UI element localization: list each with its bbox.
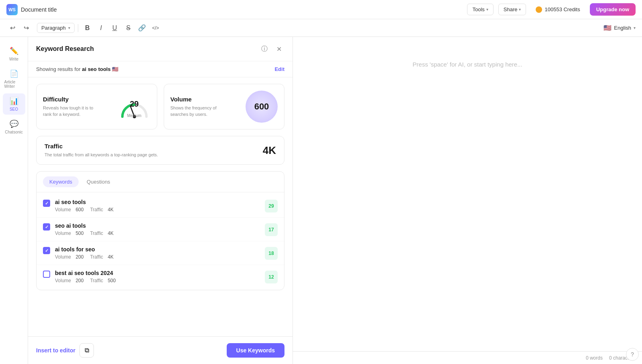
difficulty-title: Difficulty (43, 96, 99, 103)
logo-icon: WS (6, 4, 18, 15)
close-button[interactable]: ✕ (273, 43, 284, 55)
strikethrough-button[interactable]: S (122, 22, 134, 34)
check-icon: ✓ (45, 224, 49, 230)
keyword-item: ✓ ai tools for seo Volume 200 Traffic (37, 241, 284, 265)
credits-button[interactable]: 100553 Credits (531, 4, 585, 15)
document-title[interactable]: Document title (21, 6, 57, 13)
keyword-volume-1: 600 (75, 207, 83, 212)
info-button[interactable]: ⓘ (259, 43, 270, 55)
keyword-checkbox-3[interactable]: ✓ (43, 247, 50, 254)
keyword-checkbox-1[interactable]: ✓ (43, 200, 50, 207)
sidebar-item-chatsonic[interactable]: 💬 Chatsonic (3, 116, 25, 138)
keyword-name-3: ai tools for seo (55, 246, 265, 253)
keyword-volume-4: 200 (75, 278, 83, 283)
keyword-panel: Keyword Research ⓘ ✕ Showing results for… (28, 37, 293, 364)
status-bar: 0 words 0 characters (293, 351, 642, 364)
volume-value: 600 (254, 101, 269, 112)
keyword-name-4: best ai seo tools 2024 (55, 270, 265, 276)
difficulty-info: Difficulty Reveals how tough it is to ra… (43, 96, 99, 117)
italic-button[interactable]: I (95, 22, 107, 34)
sidebar-chatsonic-label: Chatsonic (5, 130, 22, 134)
keyword-details-4: best ai seo tools 2024 Volume 200 Traffi… (55, 270, 265, 283)
undo-redo-group: ↩ ↪ (6, 22, 32, 34)
keyword-volume-3: 200 (75, 254, 83, 260)
keyword-checkbox-4[interactable] (43, 271, 50, 278)
word-count: 0 words (586, 355, 603, 361)
seo-icon: 📊 (10, 97, 18, 105)
language-flag-icon: 🇺🇸 (603, 24, 612, 32)
sidebar-seo-label: SEO (10, 107, 18, 111)
difficulty-description: Reveals how tough it is to rank for a ke… (43, 105, 99, 117)
link-button[interactable]: 🔗 (136, 22, 148, 34)
tab-questions[interactable]: Questions (80, 176, 117, 187)
panel-subtitle: Showing results for ai seo tools 🇺🇸 Edit (28, 61, 293, 77)
volume-card: Volume Shows the frequency of searches b… (164, 84, 285, 129)
stats-row: Difficulty Reveals how tough it is to ra… (36, 84, 284, 129)
sidebar-item-article-writer[interactable]: 📄 Article Writer (3, 66, 25, 92)
volume-title: Volume (171, 96, 227, 103)
panel-header-actions: ⓘ ✕ (259, 43, 284, 55)
main-layout: ✏️ Write 📄 Article Writer 📊 SEO 💬 Chatso… (0, 37, 642, 364)
redo-button[interactable]: ↪ (20, 22, 32, 34)
keyword-meta-4: Volume 200 Traffic 500 (55, 278, 265, 283)
underline-button[interactable]: U (109, 22, 121, 34)
panel-header: Keyword Research ⓘ ✕ (28, 37, 293, 61)
language-chevron-icon: ▾ (634, 26, 636, 30)
gauge-svg (118, 95, 150, 123)
traffic-info: Traffic The total traffic from all keywo… (45, 143, 158, 158)
keyword-name-1: ai seo tools (55, 199, 265, 205)
copy-button[interactable]: ⧉ (79, 343, 94, 358)
keyword-item: ✓ seo ai tools Volume 500 Traffic (37, 218, 284, 241)
help-button[interactable]: ? (626, 348, 639, 361)
panel-content: Difficulty Reveals how tough it is to ra… (28, 77, 293, 336)
keyword-difficulty-1: 29 (265, 200, 278, 212)
share-button[interactable]: Share ▾ (498, 4, 526, 15)
panel-footer: Insert to editor ⧉ Use Keywords (28, 336, 293, 364)
keyword-traffic-4: 500 (108, 278, 116, 283)
traffic-value: 4K (263, 144, 276, 157)
keyword-difficulty-2: 17 (265, 223, 278, 236)
code-button[interactable]: </> (150, 22, 162, 34)
keyword-checkbox-2[interactable]: ✓ (43, 223, 50, 231)
undo-button[interactable]: ↩ (6, 22, 18, 34)
tools-button[interactable]: Tools ▾ (467, 4, 493, 15)
editor-area[interactable]: Press 'space' for AI, or start typing he… (293, 37, 642, 364)
share-chevron-icon: ▾ (519, 7, 521, 12)
volume-description: Shows the frequency of searches by users… (171, 105, 227, 117)
use-keywords-button[interactable]: Use Keywords (227, 343, 284, 358)
sidebar-write-label: Write (9, 57, 18, 61)
bold-button[interactable]: B (81, 22, 93, 34)
paragraph-select[interactable]: Paragraph ▾ (37, 23, 75, 33)
difficulty-gauge: 29 Medium (118, 95, 150, 119)
keyword-difficulty-3: 18 (265, 247, 278, 260)
keyword-volume-2: 500 (75, 231, 83, 236)
panel-title: Keyword Research (36, 45, 94, 53)
topbar: WS Document title Tools ▾ Share ▾ 100553… (0, 0, 642, 19)
copy-icon: ⧉ (85, 347, 89, 354)
insert-to-editor-link[interactable]: Insert to editor (36, 347, 75, 354)
keywords-section: Keywords Questions ✓ ai seo tools (36, 171, 284, 290)
editor-toolbar: ↩ ↪ Paragraph ▾ B I U S 🔗 </> 🇺🇸 English… (0, 19, 642, 37)
keyword-details-2: seo ai tools Volume 500 Traffic 4K (55, 222, 265, 236)
traffic-title: Traffic (45, 143, 158, 150)
keyword-item: ✓ ai seo tools Volume 600 Traffic (37, 194, 284, 218)
keyword-meta-3: Volume 200 Traffic 4K (55, 254, 265, 260)
check-icon: ✓ (45, 201, 49, 206)
keyword-difficulty-4: 12 (265, 271, 278, 283)
search-keyword: ai seo tools (82, 66, 111, 72)
keywords-tabs: Keywords Questions (37, 172, 284, 192)
tab-keywords[interactable]: Keywords (43, 176, 79, 187)
traffic-card: Traffic The total traffic from all keywo… (36, 136, 284, 165)
keyword-meta-2: Volume 500 Traffic 4K (55, 231, 265, 236)
sidebar-item-seo[interactable]: 📊 SEO (3, 93, 25, 115)
tools-chevron-icon: ▾ (486, 7, 488, 12)
sidebar-item-write[interactable]: ✏️ Write (3, 43, 25, 65)
keyword-traffic-3: 4K (108, 254, 114, 260)
chatsonic-icon: 💬 (10, 119, 18, 128)
sidebar: ✏️ Write 📄 Article Writer 📊 SEO 💬 Chatso… (0, 37, 28, 364)
language-select[interactable]: 🇺🇸 English ▾ (603, 24, 636, 32)
upgrade-button[interactable]: Upgrade now (590, 3, 636, 16)
article-writer-icon: 📄 (10, 69, 18, 78)
edit-link[interactable]: Edit (274, 66, 284, 72)
sidebar-article-label: Article Writer (4, 80, 24, 89)
